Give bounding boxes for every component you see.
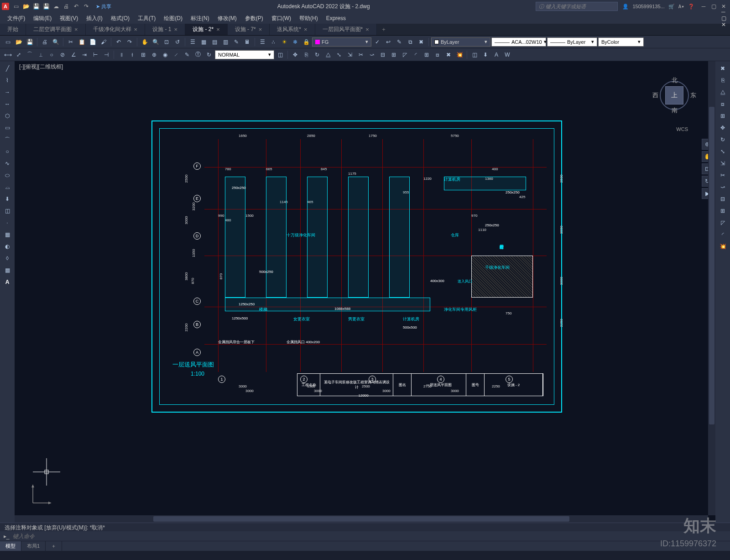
- share-button[interactable]: ➤ 共享: [96, 3, 111, 10]
- point-icon[interactable]: ·: [2, 217, 13, 228]
- offset-icon[interactable]: ⧈: [433, 50, 443, 60]
- ellipse-icon[interactable]: ⬭: [2, 170, 13, 181]
- arc-icon[interactable]: ⌒: [2, 134, 13, 145]
- inspect-icon[interactable]: ◉: [160, 50, 170, 60]
- user-name[interactable]: 1505999135...: [632, 4, 664, 9]
- hatch-icon[interactable]: ▦: [2, 229, 13, 240]
- tolerance-icon[interactable]: ⊞: [138, 50, 148, 60]
- join2-icon[interactable]: ⊞: [717, 205, 728, 216]
- color-dropdown[interactable]: ByLayer ▾: [431, 37, 490, 47]
- designcenter-icon[interactable]: ▦: [198, 37, 209, 47]
- table-icon[interactable]: ▦: [2, 265, 13, 276]
- copy2-icon[interactable]: ⎘: [301, 50, 311, 60]
- fillet-icon[interactable]: ◜: [411, 50, 421, 60]
- ellipse-arc-icon[interactable]: ⌓: [2, 182, 13, 193]
- dim-arc-icon[interactable]: ⌒: [25, 50, 35, 60]
- dim-baseline-icon[interactable]: ⊢: [90, 50, 100, 60]
- layer-delete-icon[interactable]: ✖: [416, 37, 426, 47]
- menu-modify[interactable]: 修改(M): [214, 14, 240, 23]
- help-icon[interactable]: ❓: [688, 4, 694, 10]
- mirror-icon[interactable]: ⧋: [323, 50, 333, 60]
- dim-radius-icon[interactable]: ○: [47, 50, 57, 60]
- menu-insert[interactable]: 插入(I): [83, 14, 106, 23]
- move2-icon[interactable]: ✥: [717, 122, 728, 133]
- lock-icon[interactable]: 🔒: [301, 37, 311, 47]
- tab-start[interactable]: 开始: [0, 24, 26, 35]
- doc-minimize-icon[interactable]: ─: [721, 9, 726, 15]
- undo-icon[interactable]: ↶: [114, 37, 124, 47]
- scale-icon[interactable]: ⤡: [334, 50, 344, 60]
- copy-icon[interactable]: 📋: [77, 37, 87, 47]
- plotstyle-dropdown[interactable]: ByColor ▾: [598, 37, 644, 47]
- user-icon[interactable]: 👤: [622, 4, 629, 10]
- fillet2-icon[interactable]: ◜: [717, 229, 728, 240]
- doc-close-icon[interactable]: ✕: [721, 21, 726, 28]
- close-icon[interactable]: ×: [74, 26, 78, 33]
- pan-icon[interactable]: ✋: [140, 37, 150, 47]
- offset2-icon[interactable]: ⧈: [717, 99, 728, 110]
- tab-file-7[interactable]: 一层回风平面图*×: [315, 24, 377, 35]
- stretch2-icon[interactable]: ⇲: [717, 158, 728, 169]
- layer-prev-icon[interactable]: ↩: [383, 37, 393, 47]
- menu-tools[interactable]: 工具(T): [134, 14, 159, 23]
- add-tab-button[interactable]: ＋: [377, 24, 391, 35]
- wblock-icon[interactable]: W: [502, 50, 512, 60]
- sun-icon[interactable]: ☀: [279, 37, 289, 47]
- explode2-icon[interactable]: 💥: [717, 241, 728, 252]
- erase2-icon[interactable]: ✖: [717, 63, 728, 74]
- xline-icon[interactable]: ↔: [2, 99, 13, 110]
- menu-file[interactable]: 文件(F): [4, 14, 29, 23]
- layer-merge-icon[interactable]: ⧉: [405, 37, 415, 47]
- command-input[interactable]: [13, 533, 727, 539]
- polygon-icon[interactable]: ⬡: [2, 110, 13, 121]
- maximize-icon[interactable]: ▢: [709, 3, 718, 10]
- jog-icon[interactable]: ⟋: [171, 50, 181, 60]
- scrollbar-vertical[interactable]: [708, 61, 715, 515]
- menu-window[interactable]: 窗口(W): [268, 14, 295, 23]
- quickcalc-icon[interactable]: 🖩: [242, 37, 252, 47]
- minimize-icon[interactable]: ─: [699, 3, 708, 10]
- trim2-icon[interactable]: ✂: [717, 170, 728, 181]
- break2-icon[interactable]: ⊟: [717, 194, 728, 204]
- menu-view[interactable]: 视图(V): [56, 14, 82, 23]
- saveas-icon[interactable]: 💾: [42, 2, 50, 10]
- close-icon[interactable]: ×: [365, 26, 369, 33]
- menu-format[interactable]: 格式(O): [107, 14, 133, 23]
- dim-tedit-icon[interactable]: Ⓣ: [193, 50, 203, 60]
- block-icon[interactable]: ◫: [469, 50, 480, 60]
- markup-icon[interactable]: ✎: [231, 37, 241, 47]
- menu-help[interactable]: 帮助(H): [296, 14, 322, 23]
- cut-icon[interactable]: ✂: [66, 37, 76, 47]
- add-layout-button[interactable]: ＋: [46, 541, 62, 551]
- command-icon[interactable]: ▸_: [3, 533, 10, 540]
- break-icon[interactable]: ⊟: [378, 50, 388, 60]
- style-dropdown[interactable]: NORMAL ▾: [215, 50, 274, 59]
- join-icon[interactable]: ⊞: [389, 50, 399, 60]
- save-icon[interactable]: 💾: [32, 2, 40, 10]
- scale2-icon[interactable]: ⤡: [717, 146, 728, 157]
- array2-icon[interactable]: ⊞: [717, 110, 728, 121]
- cart-icon[interactable]: 🛒: [668, 4, 675, 10]
- zoom-window-icon[interactable]: ⊡: [162, 37, 172, 47]
- tab-file-2[interactable]: 千级净化间大样×: [86, 24, 146, 35]
- close-icon[interactable]: ×: [216, 26, 220, 33]
- zoom-icon[interactable]: 🔍: [151, 37, 161, 47]
- open-icon[interactable]: 📂: [14, 37, 24, 47]
- center-mark-icon[interactable]: ⊕: [149, 50, 159, 60]
- tool-palette-icon[interactable]: ▤: [209, 37, 219, 47]
- paste-icon[interactable]: 📄: [88, 37, 98, 47]
- spline-icon[interactable]: ∿: [2, 158, 13, 169]
- canvas[interactable]: [-][俯视][二维线框] 上 北 南 东 西 WCS ⊚ ✋ ⊡ ↻ ▶ 一层…: [15, 61, 715, 523]
- menu-parametric[interactable]: 参数(P): [241, 14, 267, 23]
- plot-icon[interactable]: 🖨: [40, 37, 50, 47]
- sheet-set-icon[interactable]: ▥: [220, 37, 230, 47]
- extend2-icon[interactable]: ⤻: [717, 182, 728, 193]
- layout-tab-1[interactable]: 布局1: [21, 541, 46, 551]
- erase-icon[interactable]: ✖: [443, 50, 454, 60]
- dim-break-icon[interactable]: ⫲: [127, 50, 137, 60]
- chamfer2-icon[interactable]: ◸: [717, 217, 728, 228]
- polyline-icon[interactable]: ⌇: [2, 75, 13, 86]
- viewcube-south[interactable]: 南: [672, 106, 678, 115]
- menu-express[interactable]: Express: [323, 14, 349, 22]
- trim-icon[interactable]: ✂: [356, 50, 366, 60]
